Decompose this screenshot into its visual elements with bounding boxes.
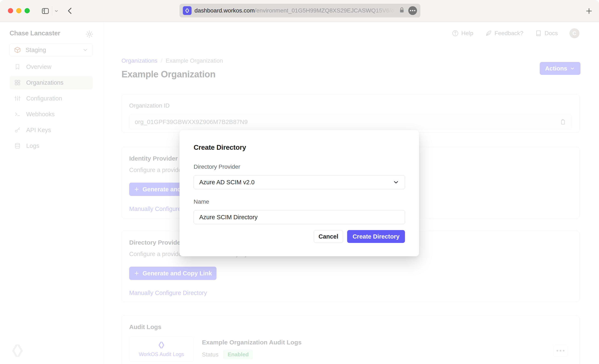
header-links: Help Feedback? Docs C <box>452 28 580 38</box>
directory-provider-select[interactable]: Azure AD SCIM v2.0 <box>194 175 405 189</box>
breadcrumb-separator: / <box>161 57 162 64</box>
name-field-label: Name <box>194 198 405 205</box>
cancel-button[interactable]: Cancel <box>314 230 343 243</box>
page-settings-icon[interactable] <box>408 6 417 15</box>
feedback-link[interactable]: Feedback? <box>485 30 523 37</box>
environment-selector[interactable]: Staging <box>9 43 93 57</box>
chevron-down-icon <box>570 66 575 71</box>
organization-id-card: Organization ID org_01GPF39GBWXX9Z906M7B… <box>122 94 580 133</box>
avatar[interactable]: C <box>570 28 580 38</box>
bookmark-icon <box>14 63 21 70</box>
sidebar-item-label: Overview <box>26 63 51 70</box>
workos-audit-logs-label: WorkOS Audit Logs <box>139 351 184 357</box>
cube-icon <box>14 46 21 53</box>
audit-logs-row: WorkOS Audit Logs Example Organization A… <box>129 336 572 362</box>
directory-provider-selected-value: Azure AD SCIM v2.0 <box>199 179 255 186</box>
plus-icon <box>134 186 140 192</box>
sidebar-item-logs[interactable]: Logs <box>9 139 93 152</box>
workos-logo-icon <box>9 343 25 359</box>
grid-icon <box>14 79 21 86</box>
create-directory-modal: Create Directory Directory Provider Azur… <box>179 130 419 256</box>
toolbar-divider <box>52 6 52 15</box>
sidebar-item-overview[interactable]: Overview <box>9 60 93 73</box>
chevron-down-icon[interactable] <box>54 9 59 14</box>
traffic-lights <box>8 8 30 13</box>
sidebar-item-label: Webhooks <box>26 111 55 118</box>
workos-logo-icon <box>157 341 166 349</box>
modal-title: Create Directory <box>194 143 405 151</box>
terminal-icon <box>14 111 21 117</box>
workos-favicon-icon <box>183 6 192 15</box>
url-domain: dashboard.workos.com <box>194 7 255 14</box>
audit-row-menu-button[interactable] <box>554 345 568 357</box>
sidebar-item-webhooks[interactable]: Webhooks <box>9 107 93 121</box>
organization-id-field: org_01GPF39GBWXX9Z906M7B2B87N9 <box>129 114 572 129</box>
browser-chrome: dashboard.workos.com/environment_01G5H99… <box>0 0 599 22</box>
name-input[interactable] <box>194 210 405 224</box>
sidebar-item-label: Organizations <box>26 79 63 86</box>
key-icon <box>14 127 21 133</box>
generate-copy-link-label: Generate and Copy Link <box>142 270 212 277</box>
chevron-down-icon <box>82 47 88 53</box>
chevron-down-icon <box>393 179 399 186</box>
close-window-button[interactable] <box>8 8 13 13</box>
sidebar-toggle-icon[interactable] <box>41 7 50 16</box>
audit-logs-card: Audit Logs WorkOS Audit Logs Example Org… <box>122 315 580 364</box>
browser-window: dashboard.workos.com/environment_01G5H99… <box>0 0 599 364</box>
sliders-icon <box>14 95 21 102</box>
docs-link[interactable]: Docs <box>535 30 558 37</box>
new-tab-icon[interactable] <box>585 7 593 16</box>
organization-id-label: Organization ID <box>129 102 572 109</box>
help-link[interactable]: Help <box>452 30 473 37</box>
create-directory-button[interactable]: Create Directory <box>347 230 405 243</box>
breadcrumb-current: Example Organization <box>166 57 223 64</box>
sidebar: Chase Lancaster Staging Overview <box>0 22 103 364</box>
environment-label: Staging <box>26 47 46 53</box>
minimize-window-button[interactable] <box>16 8 21 13</box>
url-text: dashboard.workos.com/environment_01G5H99… <box>194 7 397 14</box>
sidebar-item-configuration[interactable]: Configuration <box>9 92 93 105</box>
sidebar-nav: Overview Organizations Configuration Web… <box>9 60 93 155</box>
back-icon[interactable] <box>66 6 75 17</box>
feather-icon <box>485 30 492 37</box>
audit-row-title: Example Organization Audit Logs <box>202 339 302 346</box>
actions-button[interactable]: Actions <box>540 62 581 75</box>
audit-logs-title: Audit Logs <box>129 323 572 330</box>
help-label: Help <box>461 30 473 37</box>
address-bar[interactable]: dashboard.workos.com/environment_01G5H99… <box>179 4 420 18</box>
organization-id-value: org_01GPF39GBWXX9Z906M7B2B87N9 <box>135 119 248 125</box>
lock-icon <box>398 6 405 15</box>
status-badge: Enabled <box>223 350 253 359</box>
generate-copy-link-button[interactable]: Generate and Copy Link <box>129 267 217 280</box>
sidebar-item-label: Logs <box>26 142 39 149</box>
docs-label: Docs <box>545 30 558 37</box>
plus-icon <box>134 270 140 276</box>
breadcrumb: Organizations / Example Organization <box>122 57 223 64</box>
sidebar-item-api-keys[interactable]: API Keys <box>9 123 93 137</box>
workos-audit-logs-tile[interactable]: WorkOS Audit Logs <box>129 336 194 362</box>
sidebar-item-organizations[interactable]: Organizations <box>9 76 93 89</box>
directory-provider-field-label: Directory Provider <box>194 163 405 170</box>
status-label: Status <box>202 351 218 358</box>
url-path: /environment_01G5H99MZQ8XS29EJCASWQ15V6/… <box>255 7 397 14</box>
manually-configure-directory-link[interactable]: Manually Configure Directory <box>129 290 207 296</box>
page-content: Chase Lancaster Staging Overview <box>0 22 599 364</box>
account-name: Chase Lancaster <box>9 29 60 37</box>
actions-label: Actions <box>545 65 567 72</box>
copy-icon[interactable] <box>559 119 566 125</box>
settings-gear-icon[interactable] <box>85 30 94 39</box>
zoom-window-button[interactable] <box>25 8 30 13</box>
sidebar-item-label: API Keys <box>26 127 51 133</box>
book-icon <box>535 30 542 37</box>
breadcrumb-organizations-link[interactable]: Organizations <box>122 57 158 64</box>
sidebar-item-label: Configuration <box>26 95 62 102</box>
database-icon <box>14 142 21 149</box>
page-title: Example Organization <box>122 69 215 80</box>
help-icon <box>452 30 459 37</box>
feedback-label: Feedback? <box>495 30 523 37</box>
